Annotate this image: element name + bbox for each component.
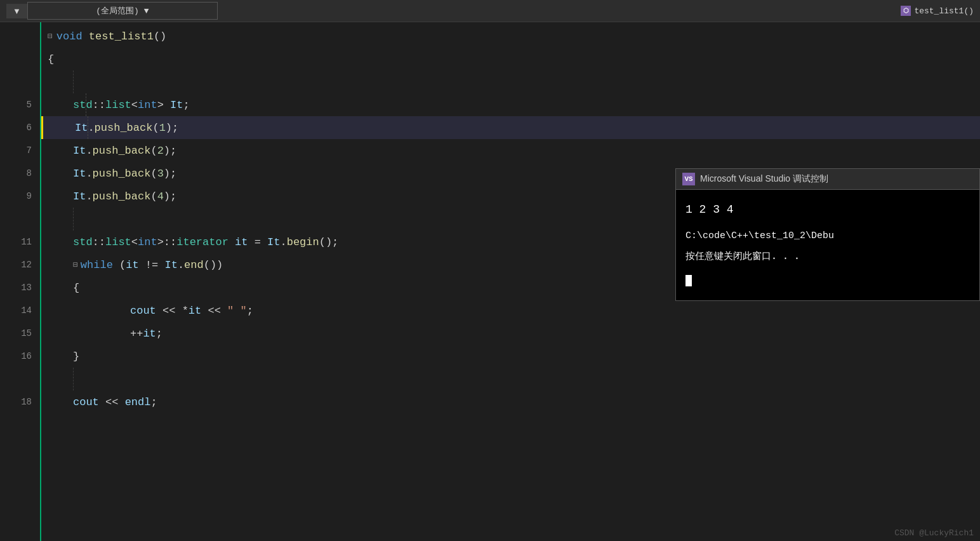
- line-num-11: 12: [5, 253, 35, 276]
- kw-void: void: [56, 31, 83, 42]
- top-bar-right: ⬡ test_list1(): [901, 6, 980, 16]
- code-line-14: ++ it ;: [41, 322, 980, 345]
- debug-console: VS Microsoft Visual Studio 调试控制 1 2 3 4 …: [675, 168, 980, 301]
- function-indicator: ⬡ test_list1(): [901, 6, 974, 16]
- scope-dropdown-arrow: ▼: [13, 6, 21, 16]
- line-num-6: 7: [5, 139, 35, 162]
- line-num-14: 15: [5, 322, 35, 345]
- top-bar: ▼ (全局范围) ▼ ⬡ test_list1(): [0, 0, 980, 22]
- code-line-6: It . push_back ( 2 );: [41, 139, 980, 162]
- line-num-16: [5, 368, 35, 391]
- collapse-icon-while[interactable]: ⊟: [73, 261, 78, 269]
- code-line-15: }: [41, 345, 980, 368]
- debug-content: 1 2 3 4 C:\code\C++\test_10_2\Debu 按任意键关…: [676, 190, 979, 300]
- code-line-5: It . push_back ( 1 );: [41, 116, 980, 139]
- open-brace-outer: {: [48, 54, 54, 65]
- function-icon: ⬡: [901, 6, 911, 16]
- watermark: CSDN @LuckyRich1: [894, 528, 974, 538]
- scope-label: (全局范围): [96, 6, 139, 16]
- debug-cursor: [685, 275, 692, 286]
- top-bar-left: ▼ (全局范围) ▼: [0, 2, 901, 20]
- line-num-9: [5, 208, 35, 230]
- debug-path: C:\code\C++\test_10_2\Debu: [685, 227, 970, 244]
- indent-guide: [73, 70, 74, 93]
- line-gutter: 5 6 7 8 9 11 12 13 14 15 16 18: [0, 22, 41, 541]
- code-line-2: {: [41, 48, 980, 70]
- code-area[interactable]: ⊟ void test_list1 () { std :: list < int…: [41, 22, 980, 541]
- debug-output: 1 2 3 4: [685, 199, 970, 220]
- line-num-8: 9: [5, 185, 35, 208]
- code-line-17: cout << endl ;: [41, 391, 980, 413]
- function-label: test_list1(): [914, 6, 974, 16]
- code-line-13: cout << * it << " " ;: [41, 299, 980, 322]
- code-line-4: std :: list < int > It ;: [41, 93, 980, 116]
- line-num-15: 16: [5, 345, 35, 368]
- line-num-3: [5, 70, 35, 93]
- editor-container: 5 6 7 8 9 11 12 13 14 15 16 18 ⊟ void te…: [0, 22, 980, 541]
- scope-arrow: ▼: [144, 6, 149, 16]
- line-num-13: 14: [5, 299, 35, 322]
- debug-title-text: Microsoft Visual Studio 调试控制: [700, 173, 828, 185]
- code-line-3: [41, 70, 980, 93]
- line-num-10: 11: [5, 230, 35, 253]
- vs-icon: VS: [682, 173, 695, 185]
- line-num-2: [5, 48, 35, 70]
- line-num-1: [5, 25, 35, 48]
- scope-selector[interactable]: (全局范围) ▼: [27, 2, 218, 20]
- line-num-12: 13: [5, 276, 35, 299]
- fn-name: test_list1: [89, 31, 154, 42]
- debug-prompt: 按任意键关闭此窗口. . .: [685, 248, 970, 265]
- line-num-7: 8: [5, 162, 35, 185]
- code-line-1: ⊟ void test_list1 (): [41, 25, 980, 48]
- debug-title-bar: VS Microsoft Visual Studio 调试控制: [676, 169, 979, 190]
- line-num-17: 18: [5, 391, 35, 413]
- scope-dropdown-btn[interactable]: ▼: [6, 4, 27, 18]
- collapse-icon-1[interactable]: ⊟: [48, 32, 53, 41]
- code-line-16: [41, 368, 980, 391]
- line-numbers: 5 6 7 8 9 11 12 13 14 15 16 18: [0, 22, 40, 413]
- line-num-4: 5: [5, 93, 35, 116]
- line-num-5: 6: [5, 116, 35, 139]
